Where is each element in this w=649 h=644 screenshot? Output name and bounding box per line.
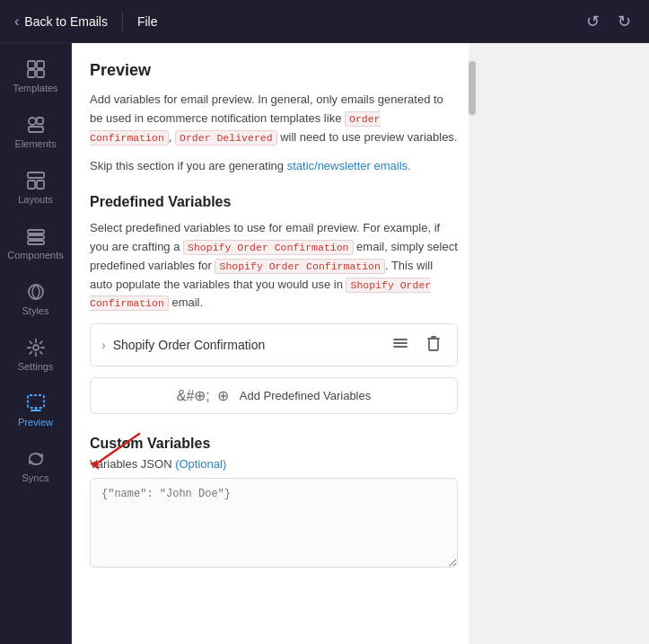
scrollbar-thumb[interactable] (469, 61, 476, 115)
styles-icon (26, 282, 46, 302)
svg-rect-11 (28, 235, 44, 239)
back-label: Back to Emails (24, 14, 108, 29)
optional-text: (Optional) (175, 457, 226, 471)
scrollbar-track[interactable] (469, 43, 476, 644)
sidebar-preview-label: Preview (18, 417, 53, 428)
variables-json-text: Variables JSON (90, 457, 172, 471)
svg-rect-12 (28, 241, 44, 244)
svg-rect-10 (28, 230, 44, 234)
sidebar-elements-label: Elements (15, 138, 57, 149)
sidebar-item-components[interactable]: Components (4, 217, 68, 269)
templates-icon (26, 59, 46, 79)
svg-rect-1 (37, 61, 44, 68)
svg-rect-0 (28, 61, 35, 68)
skip-text-1: Skip this section if you are generating (90, 159, 287, 172)
svg-rect-15 (28, 395, 44, 408)
sidebar: Templates Elements Layouts (0, 43, 72, 644)
sidebar-item-templates[interactable]: Templates (4, 50, 68, 102)
file-menu[interactable]: File (137, 14, 158, 29)
sidebar-components-label: Components (7, 250, 63, 260)
desc-text-2: , (169, 130, 175, 144)
add-predefined-button[interactable]: &#⊕; ⊕ Add Predefined Variables (90, 377, 458, 414)
sidebar-item-layouts[interactable]: Layouts (4, 162, 68, 214)
predefined-description: Select predefined variables to use for e… (90, 219, 458, 313)
sidebar-item-syncs[interactable]: Syncs (4, 440, 68, 492)
components-icon (26, 226, 46, 246)
back-to-emails-link[interactable]: ‹ Back to Emails (14, 13, 108, 30)
svg-rect-8 (28, 181, 35, 189)
custom-title: Custom Variables (90, 436, 458, 452)
svg-rect-6 (29, 127, 43, 132)
add-predefined-label: Add Predefined Variables (240, 389, 371, 402)
preview-description: Add variables for email preview. In gene… (90, 91, 458, 146)
pred-code-2: Shopify Order Confirmation (215, 259, 384, 274)
sidebar-item-elements[interactable]: Elements (4, 106, 68, 158)
main-layout: Templates Elements Layouts (0, 43, 649, 644)
topbar-divider (122, 13, 123, 31)
desc-text-1: Add variables for email preview. In gene… (90, 93, 443, 125)
code-order-delivered: Order Delivered (175, 130, 277, 146)
predefined-row-label: Shopify Order Confirmation (113, 338, 380, 352)
sidebar-templates-label: Templates (13, 83, 57, 93)
add-icon: ⊕ (217, 387, 229, 404)
sidebar-styles-label: Styles (22, 305, 49, 316)
panel: Preview Add variables for email preview.… (72, 43, 476, 644)
preview-title: Preview (90, 61, 458, 80)
predefined-row-chevron[interactable]: › (101, 338, 106, 352)
svg-rect-9 (37, 181, 44, 189)
layouts-icon (26, 171, 46, 190)
predefined-row-menu-button[interactable] (387, 334, 414, 356)
predefined-section: Predefined Variables Select predefined v… (90, 194, 458, 414)
sidebar-settings-label: Settings (18, 361, 54, 372)
undo-button[interactable]: ↺ (583, 8, 603, 35)
svg-rect-5 (37, 118, 43, 124)
pred-desc-4: email. (169, 296, 203, 309)
svg-point-14 (33, 345, 39, 350)
right-area (476, 43, 649, 644)
topbar: ‹ Back to Emails File ↺ ↻ (0, 0, 649, 43)
variables-json-label: Variables JSON (Optional) (90, 457, 458, 471)
predefined-title: Predefined Variables (90, 194, 458, 210)
custom-section: Custom Variables Variables JSON (Optiona… (90, 436, 458, 571)
syncs-icon (26, 449, 46, 469)
static-newsletter-link[interactable]: static/newsletter emails. (287, 159, 411, 172)
sidebar-item-styles[interactable]: Styles (4, 273, 68, 325)
plus-circle-icon: &#⊕; (177, 387, 210, 404)
pred-code-1: Shopify Order Confirmation (183, 240, 353, 255)
content-area: Preview Add variables for email preview.… (72, 43, 649, 644)
sidebar-item-preview[interactable]: Preview (4, 384, 68, 437)
json-textarea[interactable] (90, 478, 458, 568)
back-chevron-icon: ‹ (14, 13, 19, 30)
desc-text-3: will need to use preview variables. (277, 130, 458, 144)
sidebar-item-settings[interactable]: Settings (4, 329, 68, 381)
topbar-actions: ↺ ↻ (583, 8, 635, 35)
predefined-row: › Shopify Order Confirmation (90, 323, 458, 366)
svg-point-4 (29, 118, 36, 125)
predefined-row-delete-button[interactable] (421, 333, 446, 357)
redo-button[interactable]: ↻ (614, 8, 635, 35)
settings-icon (26, 338, 46, 357)
svg-rect-7 (28, 172, 44, 178)
skip-text: Skip this section if you are generating … (90, 157, 458, 176)
svg-rect-2 (28, 70, 35, 77)
svg-point-13 (29, 285, 43, 299)
elements-icon (26, 115, 46, 135)
sidebar-syncs-label: Syncs (22, 472, 49, 483)
preview-icon (26, 393, 46, 413)
svg-rect-3 (37, 70, 44, 77)
sidebar-layouts-label: Layouts (18, 194, 53, 205)
panel-scroll[interactable]: Preview Add variables for email preview.… (72, 43, 476, 644)
